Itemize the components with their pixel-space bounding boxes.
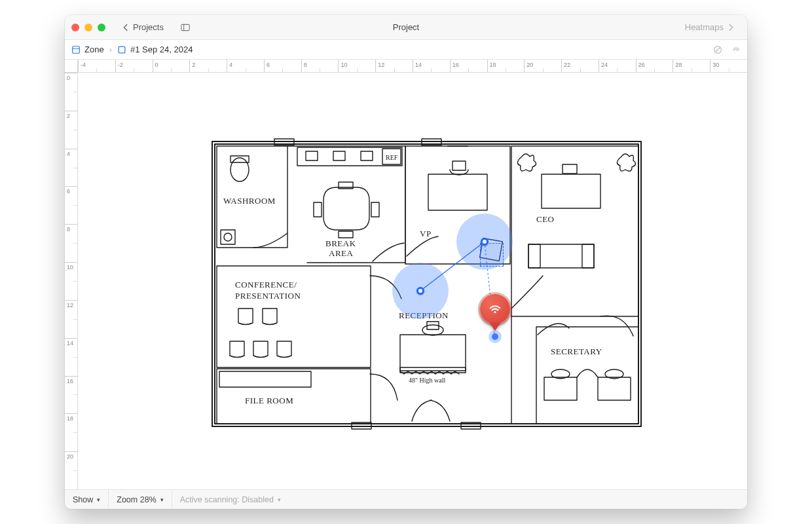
svg-rect-4 <box>119 47 125 53</box>
close-button[interactable] <box>71 24 79 31</box>
canvas[interactable]: WASHROOM REF <box>78 73 747 489</box>
ruler-h-tick: 28 <box>673 60 673 72</box>
ruler-h-tick: 16 <box>450 60 451 72</box>
svg-rect-26 <box>339 231 353 238</box>
ruler-v-tick: 6 <box>65 186 77 187</box>
ruler-v-tick: 12 <box>65 300 77 301</box>
chevron-left-icon <box>121 23 130 32</box>
ruler-h-tick: 24 <box>599 60 599 72</box>
ruler-v-tick: 10 <box>65 262 77 263</box>
svg-rect-23 <box>314 202 322 217</box>
ruler-horizontal: -4-202468101214161820222426283032 <box>65 60 747 73</box>
chevron-down-icon: ▾ <box>160 496 164 503</box>
label-break1: BREAK <box>325 238 356 248</box>
ruler-h-tick: 12 <box>375 60 376 72</box>
svg-rect-40 <box>542 174 600 208</box>
zoom-button[interactable] <box>98 24 105 31</box>
svg-rect-42 <box>528 244 594 268</box>
ruler-h-tick: 20 <box>524 60 525 72</box>
ruler-h-tick: 22 <box>561 60 562 72</box>
svg-rect-24 <box>371 202 379 217</box>
label-fileroom: FILE ROOM <box>245 396 293 405</box>
svg-rect-28 <box>217 369 371 424</box>
label-wall-note: 48" High wall <box>409 377 446 384</box>
ruler-v-tick: 14 <box>65 338 77 339</box>
ruler-h-tick: 8 <box>301 60 302 72</box>
label-conf2: PRESENTATION <box>235 291 301 301</box>
svg-rect-16 <box>221 230 235 244</box>
heatmaps-button[interactable]: Heatmaps <box>680 20 741 34</box>
svg-rect-39 <box>511 146 638 316</box>
snapshot-icon <box>117 45 126 54</box>
back-projects-label: Projects <box>133 22 164 32</box>
ruler-v-tick: 18 <box>65 413 77 414</box>
wifi-ap-icon <box>488 302 502 316</box>
label-secretary: SECRETARY <box>551 346 602 356</box>
ruler-v-tick: 16 <box>65 376 77 377</box>
svg-rect-0 <box>181 24 189 30</box>
show-menu-button[interactable]: Show ▾ <box>65 490 109 509</box>
label-ref: REF <box>386 154 398 161</box>
ruler-h-tick: 6 <box>264 60 265 72</box>
breadcrumb-snapshot[interactable]: #1 Sep 24, 2024 <box>130 45 193 54</box>
window-controls <box>71 24 105 31</box>
ruler-h-tick: 10 <box>338 60 339 72</box>
ruler-vertical: 0246810121416182022 <box>65 73 78 489</box>
label-ceo: CEO <box>536 214 555 224</box>
svg-point-14 <box>231 158 249 181</box>
ruler-v-tick: 8 <box>65 224 77 225</box>
svg-point-37 <box>422 325 443 335</box>
sidebar-toggle-icon <box>181 23 190 32</box>
disable-icon[interactable] <box>713 45 722 54</box>
label-break2: AREA <box>329 248 354 258</box>
chevron-right-icon <box>726 23 735 32</box>
heatmaps-label: Heatmaps <box>685 22 724 32</box>
layer-icon <box>71 45 81 54</box>
ruler-h-tick: 0 <box>153 60 153 72</box>
svg-rect-35 <box>400 335 466 371</box>
svg-point-51 <box>494 311 496 313</box>
ruler-v-tick: 0 <box>65 73 77 73</box>
svg-line-6 <box>716 47 720 52</box>
breadcrumb-bar: Zone › #1 Sep 24, 2024 <box>65 40 747 60</box>
svg-rect-44 <box>582 244 594 268</box>
svg-rect-29 <box>219 371 311 387</box>
access-point-pin[interactable] <box>480 294 510 324</box>
label-conf1: CONFERENCE/ <box>235 280 297 290</box>
floorplan-image: WASHROOM REF <box>209 138 644 430</box>
minimize-button[interactable] <box>84 24 92 31</box>
label-washroom: WASHROOM <box>223 196 276 206</box>
ruler-v-tick: 20 <box>65 451 77 452</box>
workspace: 0246810121416182022 <box>65 73 747 489</box>
redo-icon[interactable] <box>731 45 741 54</box>
ruler-h-tick: 2 <box>189 60 190 72</box>
svg-rect-33 <box>452 161 466 170</box>
svg-rect-20 <box>333 151 345 160</box>
svg-rect-2 <box>73 46 80 53</box>
scan-label: Active scanning: Disabled <box>180 495 274 504</box>
survey-point-2[interactable] <box>481 238 489 246</box>
svg-rect-30 <box>405 146 510 264</box>
scan-menu-button[interactable]: Active scanning: Disabled ▾ <box>172 490 289 509</box>
ruler-h-tick: 4 <box>227 60 227 72</box>
svg-rect-43 <box>528 244 540 268</box>
chevron-down-icon: ▾ <box>97 496 100 503</box>
ruler-h-tick: 26 <box>636 60 637 72</box>
sidebar-toggle-button[interactable] <box>175 21 195 34</box>
breadcrumb-separator: › <box>109 45 112 54</box>
statusbar: Show ▾ Zoom 28% ▾ Active scanning: Disab… <box>65 489 747 509</box>
zoom-menu-button[interactable]: Zoom 28% ▾ <box>109 490 172 509</box>
breadcrumb-zone[interactable]: Zone <box>84 45 104 54</box>
titlebar: Projects Project Heatmaps <box>65 15 747 40</box>
ruler-h-tick: 18 <box>487 60 488 72</box>
ruler-corner <box>65 60 78 73</box>
ruler-h-tick: -4 <box>78 60 79 72</box>
svg-rect-21 <box>361 151 373 160</box>
show-label: Show <box>73 495 93 504</box>
back-projects-button[interactable]: Projects <box>116 20 169 34</box>
survey-point-1[interactable] <box>416 287 424 295</box>
app-window: Projects Project Heatmaps Zone › #1 Sep … <box>65 15 747 509</box>
svg-rect-19 <box>306 151 318 160</box>
chevron-down-icon: ▾ <box>278 496 281 503</box>
ruler-h-tick: 14 <box>413 60 413 72</box>
